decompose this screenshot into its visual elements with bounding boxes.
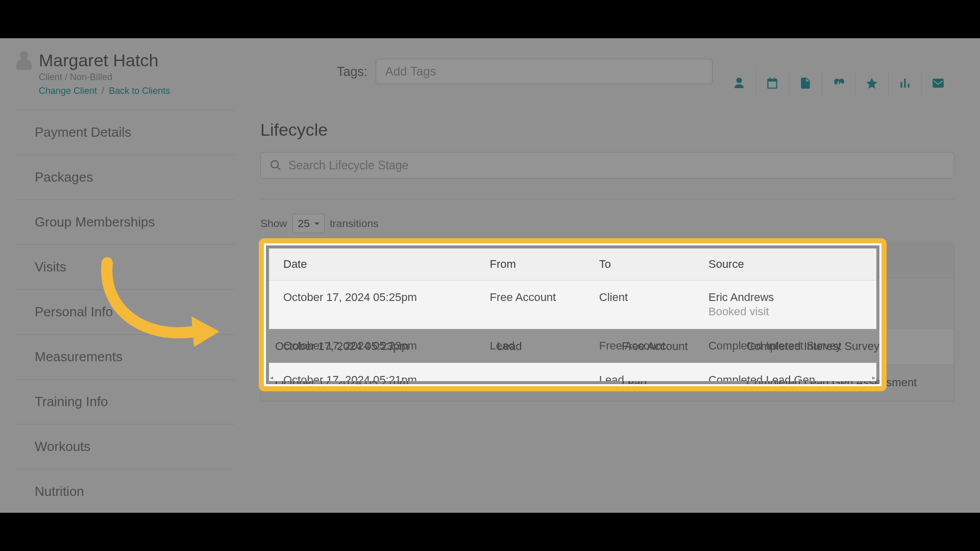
sidebar-item-workouts[interactable]: Workouts bbox=[15, 424, 235, 469]
letterbox-top bbox=[0, 0, 980, 38]
lifecycle-search-input[interactable] bbox=[260, 152, 954, 179]
show-label-post: transitions bbox=[330, 217, 379, 230]
tags-input[interactable] bbox=[376, 59, 713, 84]
sidebar-item-nutrition[interactable]: Nutrition bbox=[15, 469, 235, 513]
change-client-link[interactable]: Change Client bbox=[39, 86, 97, 96]
barchart-icon[interactable] bbox=[888, 70, 921, 96]
page-title: Lifecycle bbox=[260, 120, 954, 140]
letterbox-bottom bbox=[0, 513, 980, 551]
lifecycle-table-highlight: Date From To Source October 17, 2024 05:… bbox=[269, 248, 876, 381]
svg-marker-0 bbox=[191, 316, 219, 347]
sidebar-item-payment-details[interactable]: Payment Details bbox=[15, 110, 235, 155]
sidebar-item-training-info[interactable]: Training Info bbox=[15, 380, 235, 424]
search-wrap bbox=[260, 152, 954, 179]
client-subtitle: Client / Non-Billed bbox=[39, 72, 170, 83]
star-icon[interactable] bbox=[855, 70, 888, 96]
show-label-pre: Show bbox=[260, 217, 287, 230]
avatar-placeholder-icon bbox=[15, 51, 33, 70]
person-icon[interactable] bbox=[722, 70, 755, 96]
search-icon bbox=[270, 159, 282, 171]
show-transitions-row: Show 25 transitions bbox=[260, 214, 954, 233]
show-count-select[interactable]: 25 bbox=[292, 214, 325, 233]
back-to-clients-link[interactable]: Back to Clients bbox=[109, 86, 170, 96]
annotation-highlight-box: Date From To Source October 17, 2024 05:… bbox=[259, 238, 887, 391]
annotation-arrow-icon bbox=[92, 253, 225, 362]
calendar-icon[interactable] bbox=[755, 70, 789, 96]
heartbeat-icon[interactable] bbox=[822, 70, 855, 96]
client-name: Margaret Hatch bbox=[39, 51, 170, 70]
sidebar-item-packages[interactable]: Packages bbox=[15, 155, 235, 200]
file-icon[interactable] bbox=[789, 70, 822, 96]
tags-row: Tags: bbox=[337, 59, 713, 84]
app-screen: Margaret Hatch Client / Non-Billed Chang… bbox=[0, 38, 980, 513]
header-icon-strip bbox=[722, 70, 954, 96]
client-header: Margaret Hatch Client / Non-Billed Chang… bbox=[15, 51, 170, 96]
mail-icon[interactable] bbox=[921, 70, 954, 96]
client-links: Change Client / Back to Clients bbox=[39, 86, 170, 96]
sidebar-item-group-memberships[interactable]: Group Memberships bbox=[15, 200, 235, 245]
show-count-value: 25 bbox=[298, 217, 310, 230]
separator: / bbox=[102, 86, 104, 96]
tags-label: Tags: bbox=[337, 64, 368, 79]
divider bbox=[260, 199, 954, 199]
